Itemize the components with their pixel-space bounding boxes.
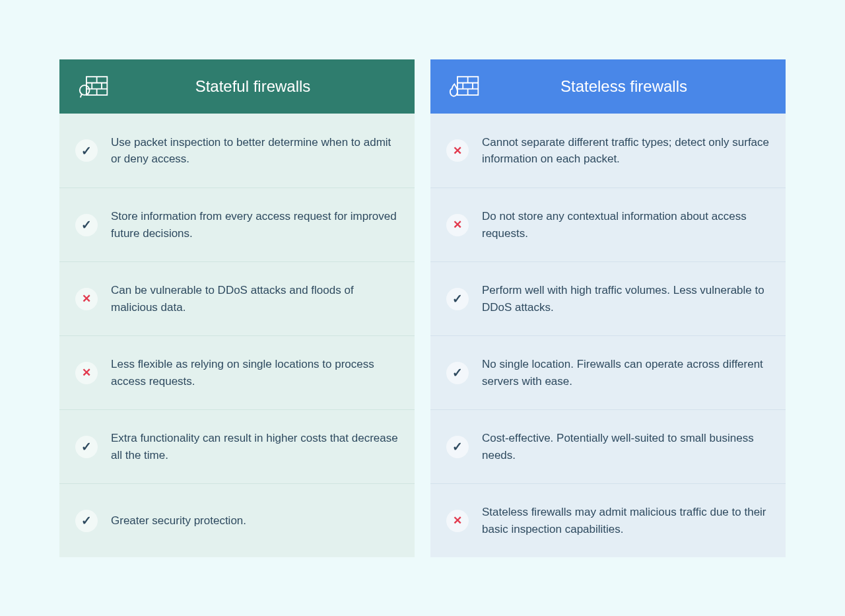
firewall-flame-icon — [449, 74, 481, 99]
item-text: Perform well with high traffic volumes. … — [482, 282, 770, 316]
item-text: No single location. Firewalls can operat… — [482, 356, 770, 390]
list-item: ✕ Do not store any contextual informatio… — [430, 188, 786, 261]
item-text: Stateless firewalls may admit malicious … — [482, 504, 770, 537]
svg-point-7 — [80, 85, 90, 95]
column-body-stateful: ✓ Use packet inspection to better determ… — [59, 114, 415, 557]
column-header-stateless: Stateless firewalls — [430, 59, 786, 114]
cross-icon: ✕ — [446, 214, 469, 236]
svg-line-8 — [81, 94, 82, 98]
list-item: ✓ Extra functionality can result in high… — [59, 409, 415, 483]
list-item: ✓ Store information from every access re… — [59, 188, 415, 261]
list-item: ✓ Perform well with high traffic volumes… — [430, 261, 786, 335]
list-item: ✓ Greater security protection. — [59, 483, 415, 557]
check-icon: ✓ — [75, 139, 98, 162]
cross-icon: ✕ — [446, 510, 469, 532]
check-icon: ✓ — [75, 214, 98, 236]
firewall-inspect-icon — [78, 74, 110, 99]
column-title-stateless: Stateless firewalls — [481, 77, 767, 96]
column-title-stateful: Stateful firewalls — [110, 77, 396, 96]
list-item: ✕ Cannot separate different traffic type… — [430, 114, 786, 188]
item-text: Can be vulnerable to DDoS attacks and fl… — [111, 282, 399, 316]
item-text: Cost-effective. Potentially well-suited … — [482, 430, 770, 463]
item-text: Less flexible as relying on single locat… — [111, 356, 399, 390]
item-text: Use packet inspection to better determin… — [111, 134, 399, 168]
item-text: Cannot separate different traffic types;… — [482, 134, 770, 168]
list-item: ✓ No single location. Firewalls can oper… — [430, 335, 786, 409]
check-icon: ✓ — [75, 510, 98, 532]
list-item: ✓ Use packet inspection to better determ… — [59, 114, 415, 188]
list-item: ✕ Can be vulnerable to DDoS attacks and … — [59, 261, 415, 335]
item-text: Extra functionality can result in higher… — [111, 430, 399, 463]
check-icon: ✓ — [446, 288, 469, 310]
column-stateless: Stateless firewalls ✕ Cannot separate di… — [430, 59, 786, 557]
check-icon: ✓ — [75, 436, 98, 458]
cross-icon: ✕ — [446, 139, 469, 162]
list-item: ✕ Less flexible as relying on single loc… — [59, 335, 415, 409]
check-icon: ✓ — [446, 362, 469, 384]
list-item: ✓ Cost-effective. Potentially well-suite… — [430, 409, 786, 483]
column-body-stateless: ✕ Cannot separate different traffic type… — [430, 114, 786, 557]
item-text: Do not store any contextual information … — [482, 208, 770, 242]
comparison-table: Stateful firewalls ✓ Use packet inspecti… — [59, 59, 786, 557]
cross-icon: ✕ — [75, 288, 98, 310]
list-item: ✕ Stateless firewalls may admit maliciou… — [430, 483, 786, 557]
item-text: Greater security protection. — [111, 512, 246, 530]
column-header-stateful: Stateful firewalls — [59, 59, 415, 114]
column-stateful: Stateful firewalls ✓ Use packet inspecti… — [59, 59, 415, 557]
check-icon: ✓ — [446, 436, 469, 458]
cross-icon: ✕ — [75, 362, 98, 384]
item-text: Store information from every access requ… — [111, 208, 399, 242]
